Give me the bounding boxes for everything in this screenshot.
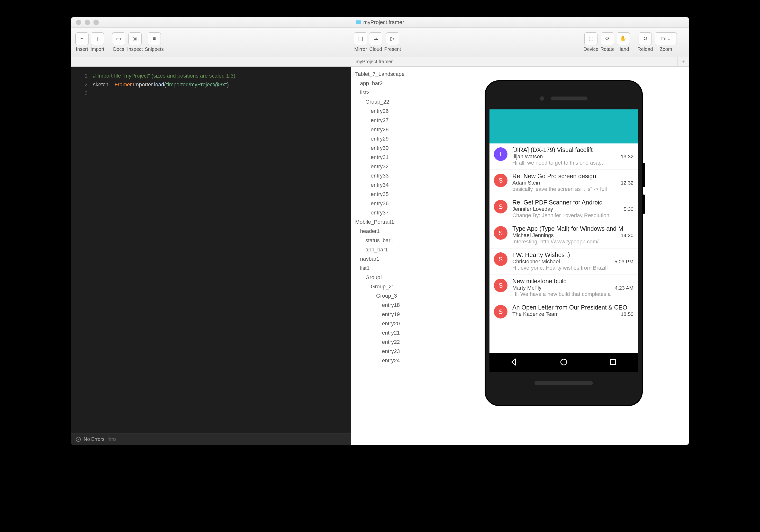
avatar: S: [494, 174, 507, 187]
layer-item[interactable]: entry37: [351, 208, 438, 217]
email-time: 5:30: [624, 206, 634, 212]
avatar: S: [494, 279, 507, 292]
inspect-button[interactable]: ◎Inspect: [127, 32, 143, 52]
layer-item[interactable]: entry18: [351, 300, 438, 310]
email-row[interactable]: SFW: Hearty Wishes :)Christopher Michael…: [490, 248, 638, 275]
layer-item[interactable]: status_bar1: [351, 236, 438, 245]
docs-button[interactable]: ▭Docs: [112, 32, 125, 52]
email-subject: Re: Get PDF Scanner for Android: [512, 199, 602, 206]
gutter: 123: [71, 71, 93, 433]
email-row[interactable]: SRe: New Go Pro screen designAdam Stein1…: [490, 170, 638, 196]
layer-item[interactable]: app_bar1: [351, 245, 438, 254]
layer-item[interactable]: app_bar2: [351, 79, 438, 88]
layer-item[interactable]: Mobile_Portrait1: [351, 217, 438, 227]
email-subject: FW: Hearty Wishes :): [512, 251, 570, 258]
layer-item[interactable]: header1: [351, 227, 438, 236]
layer-item[interactable]: entry20: [351, 319, 438, 328]
list-icon: ≡: [148, 32, 161, 45]
email-time: 12:32: [621, 180, 634, 186]
layer-item[interactable]: entry33: [351, 171, 438, 180]
present-button[interactable]: ▷Present: [384, 32, 401, 52]
layer-item[interactable]: entry35: [351, 190, 438, 199]
layer-item[interactable]: entry36: [351, 199, 438, 208]
email-from: Michael Jennings: [512, 232, 554, 239]
device-screen[interactable]: I[JIRA] (DX-179) Visual faceliftIlijah W…: [490, 110, 638, 372]
layer-item[interactable]: navbar1: [351, 254, 438, 264]
preview-panel: I[JIRA] (DX-179) Visual faceliftIlijah W…: [438, 66, 689, 445]
cloud-button[interactable]: ☁Cloud: [369, 32, 382, 52]
email-from: Marty McFly: [512, 285, 542, 291]
email-list[interactable]: I[JIRA] (DX-179) Visual faceliftIlijah W…: [490, 144, 638, 353]
layer-item[interactable]: entry29: [351, 134, 438, 144]
reload-icon: ↻: [639, 32, 652, 45]
avatar: S: [494, 226, 507, 240]
email-row[interactable]: I[JIRA] (DX-179) Visual faceliftIlijah W…: [490, 144, 638, 170]
hand-icon: ✋: [617, 32, 630, 45]
layer-item[interactable]: entry22: [351, 337, 438, 347]
snippets-button[interactable]: ≡Snippets: [145, 32, 164, 52]
layer-item[interactable]: Group1: [351, 273, 438, 282]
layer-tree[interactable]: Tablet_7_Landscapeapp_bar2list2Group_22e…: [351, 66, 438, 445]
maximize-icon[interactable]: [93, 20, 99, 25]
device-side-button: [643, 195, 645, 214]
layer-item[interactable]: entry24: [351, 356, 438, 365]
layer-item[interactable]: Tablet_7_Landscape: [351, 69, 438, 79]
layer-item[interactable]: Group_3: [351, 291, 438, 300]
main: 123 # Import file "myProject" (sizes and…: [71, 66, 689, 445]
layer-item[interactable]: entry27: [351, 116, 438, 125]
code-area[interactable]: # Import file "myProject" (sizes and pos…: [93, 71, 351, 433]
email-from: Adam Stein: [512, 180, 540, 186]
toolbar-group-insert: +Insert ↓Import: [75, 32, 104, 52]
layer-item[interactable]: entry32: [351, 162, 438, 171]
email-from: Jennifer Loveday: [512, 206, 553, 212]
traffic-lights: [71, 20, 99, 25]
avatar: S: [494, 200, 507, 213]
device-side-button: [643, 163, 645, 187]
email-row[interactable]: SNew milestone buildMarty McFly4:23 AMHi…: [490, 275, 638, 301]
avatar: I: [494, 147, 507, 161]
layer-item[interactable]: entry28: [351, 125, 438, 134]
layer-item[interactable]: entry19: [351, 310, 438, 319]
layer-item[interactable]: Group_21: [351, 282, 438, 291]
tab-myproject[interactable]: myProject.framer: [71, 59, 677, 65]
email-time: 5:03 PM: [614, 259, 634, 265]
insert-button[interactable]: +Insert: [75, 32, 89, 52]
email-from: Christopher Michael: [512, 258, 560, 265]
layer-item[interactable]: Group_22: [351, 97, 438, 107]
code-editor[interactable]: 123 # Import file "myProject" (sizes and…: [71, 66, 351, 445]
email-row[interactable]: SType App (Type Mail) for Windows and MM…: [490, 222, 638, 248]
back-icon[interactable]: [510, 358, 519, 367]
zoom-select[interactable]: Fit⌄Zoom: [655, 32, 677, 52]
mirror-icon: ▢: [354, 32, 367, 45]
import-button[interactable]: ↓Import: [90, 32, 104, 52]
mirror-button[interactable]: ▢Mirror: [354, 32, 367, 52]
email-preview: Hi all, we need to get to this one asap.: [512, 160, 634, 166]
device-button[interactable]: ▢Device: [584, 32, 598, 52]
email-subject: [JIRA] (DX-179) Visual facelift: [512, 146, 593, 154]
email-preview: Hi, We have a new build that completes a: [512, 291, 634, 297]
minimize-icon[interactable]: [85, 20, 90, 25]
layer-item[interactable]: entry34: [351, 180, 438, 190]
add-tab-button[interactable]: +: [677, 57, 689, 66]
layer-item[interactable]: entry21: [351, 328, 438, 337]
home-icon[interactable]: [559, 358, 568, 367]
layer-item[interactable]: entry26: [351, 107, 438, 116]
layer-item[interactable]: entry23: [351, 347, 438, 356]
email-row[interactable]: SAn Open Letter from Our President & CEO…: [490, 301, 638, 322]
close-icon[interactable]: [76, 20, 81, 25]
docs-icon: ▭: [112, 32, 125, 45]
status-time: 4ms: [108, 436, 117, 442]
speaker-icon: [551, 97, 588, 101]
layer-item[interactable]: list1: [351, 264, 438, 273]
email-preview: Change By: Jennifer Loveday Resolution:: [512, 212, 634, 219]
recents-icon[interactable]: [609, 358, 617, 367]
toolbar-group-reload: ↻Reload Fit⌄Zoom: [638, 32, 677, 52]
layer-item[interactable]: entry31: [351, 153, 438, 162]
reload-button[interactable]: ↻Reload: [638, 32, 653, 52]
rotate-button[interactable]: ⟳Rotate: [600, 32, 615, 52]
layer-item[interactable]: list2: [351, 88, 438, 97]
hand-button[interactable]: ✋Hand: [617, 32, 630, 52]
layer-item[interactable]: entry30: [351, 144, 438, 153]
email-row[interactable]: SRe: Get PDF Scanner for AndroidJennifer…: [490, 196, 638, 222]
email-preview: Interesting: http://www.typeapp.com/: [512, 239, 634, 245]
